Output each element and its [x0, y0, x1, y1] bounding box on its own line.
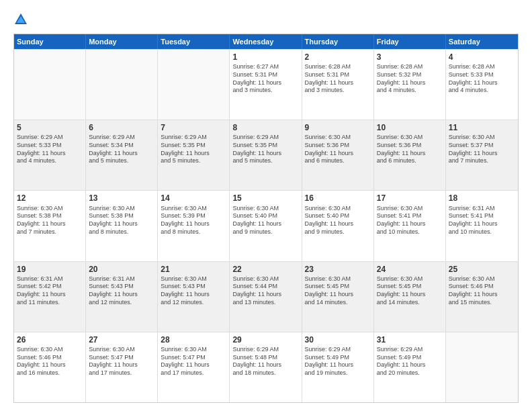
day-info: Sunrise: 6:30 AM Sunset: 5:40 PM Dayligh… [305, 205, 371, 236]
calendar-day-3: 3Sunrise: 6:28 AM Sunset: 5:32 PM Daylig… [374, 50, 446, 120]
day-info: Sunrise: 6:30 AM Sunset: 5:46 PM Dayligh… [17, 346, 83, 377]
calendar-empty-cell [158, 50, 230, 120]
day-info: Sunrise: 6:30 AM Sunset: 5:47 PM Dayligh… [161, 346, 226, 377]
day-info: Sunrise: 6:30 AM Sunset: 5:40 PM Dayligh… [232, 205, 298, 236]
day-info: Sunrise: 6:29 AM Sunset: 5:34 PM Dayligh… [89, 134, 154, 165]
calendar-day-28: 28Sunrise: 6:30 AM Sunset: 5:47 PM Dayli… [158, 332, 230, 402]
day-number: 24 [377, 264, 443, 275]
calendar-day-21: 21Sunrise: 6:30 AM Sunset: 5:43 PM Dayli… [158, 262, 230, 332]
day-info: Sunrise: 6:29 AM Sunset: 5:35 PM Dayligh… [161, 134, 226, 165]
calendar-day-11: 11Sunrise: 6:30 AM Sunset: 5:37 PM Dayli… [446, 120, 518, 190]
calendar-weekday-monday: Monday [86, 34, 158, 49]
day-info: Sunrise: 6:30 AM Sunset: 5:36 PM Dayligh… [305, 134, 371, 165]
day-number: 28 [161, 334, 226, 345]
calendar-day-13: 13Sunrise: 6:30 AM Sunset: 5:38 PM Dayli… [86, 191, 158, 261]
day-number: 19 [17, 264, 83, 275]
calendar-day-26: 26Sunrise: 6:30 AM Sunset: 5:46 PM Dayli… [14, 332, 86, 402]
day-info: Sunrise: 6:31 AM Sunset: 5:43 PM Dayligh… [89, 275, 154, 307]
day-number: 30 [305, 334, 371, 345]
calendar-week-3: 12Sunrise: 6:30 AM Sunset: 5:38 PM Dayli… [14, 190, 518, 261]
day-info: Sunrise: 6:31 AM Sunset: 5:42 PM Dayligh… [17, 275, 83, 307]
day-number: 17 [377, 193, 443, 203]
day-info: Sunrise: 6:30 AM Sunset: 5:45 PM Dayligh… [305, 275, 371, 307]
calendar-week-2: 5Sunrise: 6:29 AM Sunset: 5:33 PM Daylig… [14, 120, 518, 190]
day-number: 25 [449, 264, 515, 275]
day-info: Sunrise: 6:30 AM Sunset: 5:45 PM Dayligh… [377, 275, 443, 307]
calendar: SundayMondayTuesdayWednesdayThursdayFrid… [13, 34, 519, 403]
calendar-day-8: 8Sunrise: 6:29 AM Sunset: 5:35 PM Daylig… [230, 120, 302, 190]
calendar-day-4: 4Sunrise: 6:28 AM Sunset: 5:33 PM Daylig… [446, 50, 518, 120]
day-number: 22 [232, 264, 298, 275]
day-number: 26 [17, 334, 83, 345]
day-number: 3 [377, 52, 443, 62]
calendar-empty-cell [86, 50, 158, 120]
day-number: 29 [232, 334, 298, 345]
calendar-day-30: 30Sunrise: 6:29 AM Sunset: 5:49 PM Dayli… [302, 332, 374, 402]
day-number: 21 [161, 264, 226, 275]
day-number: 8 [232, 122, 298, 133]
day-info: Sunrise: 6:30 AM Sunset: 5:38 PM Dayligh… [17, 205, 83, 236]
calendar-empty-cell [446, 332, 518, 402]
day-info: Sunrise: 6:29 AM Sunset: 5:35 PM Dayligh… [232, 134, 298, 165]
calendar-weekday-thursday: Thursday [302, 34, 374, 49]
calendar-day-20: 20Sunrise: 6:31 AM Sunset: 5:43 PM Dayli… [86, 262, 158, 332]
calendar-day-15: 15Sunrise: 6:30 AM Sunset: 5:40 PM Dayli… [230, 191, 302, 261]
calendar-day-1: 1Sunrise: 6:27 AM Sunset: 5:31 PM Daylig… [230, 50, 302, 120]
calendar-day-18: 18Sunrise: 6:31 AM Sunset: 5:41 PM Dayli… [446, 191, 518, 261]
day-info: Sunrise: 6:29 AM Sunset: 5:33 PM Dayligh… [17, 134, 83, 165]
calendar-day-7: 7Sunrise: 6:29 AM Sunset: 5:35 PM Daylig… [158, 120, 230, 190]
calendar-week-5: 26Sunrise: 6:30 AM Sunset: 5:46 PM Dayli… [14, 332, 518, 402]
calendar-weekday-sunday: Sunday [14, 34, 86, 49]
day-info: Sunrise: 6:29 AM Sunset: 5:49 PM Dayligh… [305, 346, 371, 377]
calendar-day-29: 29Sunrise: 6:29 AM Sunset: 5:48 PM Dayli… [230, 332, 302, 402]
calendar-day-12: 12Sunrise: 6:30 AM Sunset: 5:38 PM Dayli… [14, 191, 86, 261]
calendar-day-16: 16Sunrise: 6:30 AM Sunset: 5:40 PM Dayli… [302, 191, 374, 261]
day-info: Sunrise: 6:30 AM Sunset: 5:43 PM Dayligh… [161, 275, 226, 307]
calendar-day-6: 6Sunrise: 6:29 AM Sunset: 5:34 PM Daylig… [86, 120, 158, 190]
day-number: 11 [449, 122, 515, 133]
calendar-empty-cell [14, 50, 86, 120]
calendar-day-25: 25Sunrise: 6:30 AM Sunset: 5:46 PM Dayli… [446, 262, 518, 332]
header [13, 12, 519, 27]
calendar-day-19: 19Sunrise: 6:31 AM Sunset: 5:42 PM Dayli… [14, 262, 86, 332]
day-number: 2 [305, 52, 371, 62]
day-info: Sunrise: 6:28 AM Sunset: 5:32 PM Dayligh… [377, 63, 443, 95]
page: SundayMondayTuesdayWednesdayThursdayFrid… [0, 0, 532, 411]
day-info: Sunrise: 6:30 AM Sunset: 5:44 PM Dayligh… [232, 275, 298, 307]
day-info: Sunrise: 6:30 AM Sunset: 5:41 PM Dayligh… [377, 205, 443, 236]
calendar-weekday-saturday: Saturday [446, 34, 518, 49]
day-number: 12 [17, 193, 83, 203]
logo [13, 12, 31, 27]
day-number: 14 [161, 193, 226, 203]
calendar-week-1: 1Sunrise: 6:27 AM Sunset: 5:31 PM Daylig… [14, 49, 518, 120]
day-number: 16 [305, 193, 371, 203]
calendar-day-31: 31Sunrise: 6:29 AM Sunset: 5:49 PM Dayli… [374, 332, 446, 402]
day-info: Sunrise: 6:30 AM Sunset: 5:38 PM Dayligh… [89, 205, 154, 236]
day-info: Sunrise: 6:30 AM Sunset: 5:37 PM Dayligh… [449, 134, 515, 165]
calendar-day-9: 9Sunrise: 6:30 AM Sunset: 5:36 PM Daylig… [302, 120, 374, 190]
calendar-day-24: 24Sunrise: 6:30 AM Sunset: 5:45 PM Dayli… [374, 262, 446, 332]
day-number: 10 [377, 122, 443, 133]
calendar-header: SundayMondayTuesdayWednesdayThursdayFrid… [14, 34, 518, 49]
calendar-day-22: 22Sunrise: 6:30 AM Sunset: 5:44 PM Dayli… [230, 262, 302, 332]
calendar-day-5: 5Sunrise: 6:29 AM Sunset: 5:33 PM Daylig… [14, 120, 86, 190]
day-info: Sunrise: 6:29 AM Sunset: 5:48 PM Dayligh… [232, 346, 298, 377]
calendar-weekday-tuesday: Tuesday [158, 34, 230, 49]
calendar-day-2: 2Sunrise: 6:28 AM Sunset: 5:31 PM Daylig… [302, 50, 374, 120]
day-number: 18 [449, 193, 515, 203]
day-info: Sunrise: 6:28 AM Sunset: 5:31 PM Dayligh… [305, 63, 371, 95]
day-number: 9 [305, 122, 371, 133]
day-number: 1 [232, 52, 298, 62]
day-number: 15 [232, 193, 298, 203]
day-number: 23 [305, 264, 371, 275]
day-number: 4 [449, 52, 515, 62]
calendar-weekday-wednesday: Wednesday [230, 34, 302, 49]
day-number: 20 [89, 264, 154, 275]
calendar-day-10: 10Sunrise: 6:30 AM Sunset: 5:36 PM Dayli… [374, 120, 446, 190]
day-info: Sunrise: 6:30 AM Sunset: 5:47 PM Dayligh… [89, 346, 154, 377]
day-info: Sunrise: 6:30 AM Sunset: 5:46 PM Dayligh… [449, 275, 515, 307]
calendar-body: 1Sunrise: 6:27 AM Sunset: 5:31 PM Daylig… [14, 49, 518, 402]
day-info: Sunrise: 6:30 AM Sunset: 5:39 PM Dayligh… [161, 205, 226, 236]
calendar-day-17: 17Sunrise: 6:30 AM Sunset: 5:41 PM Dayli… [374, 191, 446, 261]
day-info: Sunrise: 6:28 AM Sunset: 5:33 PM Dayligh… [449, 63, 515, 95]
